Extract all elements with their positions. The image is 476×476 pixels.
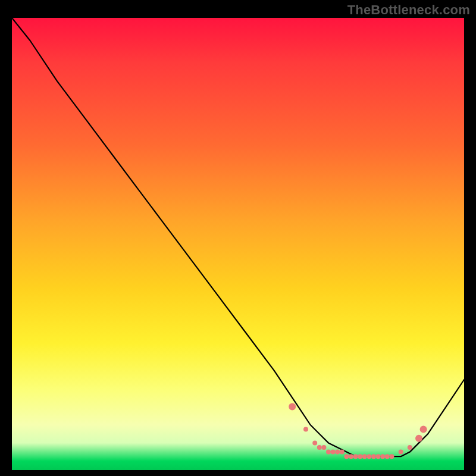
dot bbox=[367, 454, 371, 459]
dot bbox=[353, 454, 358, 459]
dot bbox=[376, 454, 381, 459]
dot bbox=[362, 454, 367, 459]
chart-frame: TheBottleneck.com bbox=[0, 0, 476, 476]
dot bbox=[399, 450, 403, 455]
dot bbox=[303, 427, 308, 432]
dot bbox=[371, 454, 376, 459]
dot bbox=[408, 445, 412, 450]
plot-area bbox=[12, 18, 464, 470]
dot bbox=[415, 435, 422, 442]
dot bbox=[349, 454, 353, 459]
dot bbox=[340, 450, 345, 455]
dot bbox=[385, 454, 390, 459]
bottleneck-curve bbox=[12, 18, 464, 456]
dot bbox=[289, 403, 296, 411]
dot bbox=[331, 450, 336, 455]
dot bbox=[344, 454, 349, 459]
dot bbox=[335, 450, 340, 455]
dot bbox=[312, 440, 317, 445]
dot bbox=[389, 454, 394, 459]
curve-svg bbox=[12, 18, 464, 470]
dot bbox=[420, 426, 427, 433]
dot bbox=[317, 445, 322, 450]
watermark-text: TheBottleneck.com bbox=[347, 2, 470, 18]
dot bbox=[358, 454, 362, 459]
dot bbox=[321, 445, 326, 450]
dot bbox=[326, 450, 331, 455]
dot bbox=[380, 454, 385, 459]
curve-dots bbox=[289, 403, 427, 459]
